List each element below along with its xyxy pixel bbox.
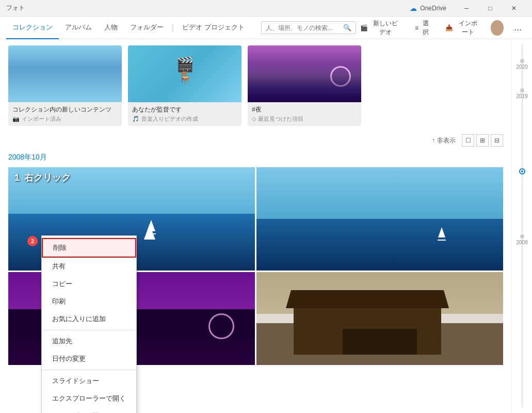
menu-item-changedate[interactable]: 日付の変更 (42, 350, 136, 368)
timeline-entry-2020: 2020 (516, 59, 527, 78)
card-info-2: あなたが監督です 🎵 音楽入りビデオの作成 (128, 102, 241, 126)
step2-num-badge: 2 (27, 236, 38, 246)
menu-item-delete[interactable]: 削除 (42, 238, 136, 258)
timeline-dot-2008[interactable] (520, 234, 524, 239)
card-info-1: コレクション内の新しいコンテンツ 📷 インポート済み (8, 102, 122, 126)
import-button[interactable]: 📥 インポート (441, 17, 485, 39)
tab-folders[interactable]: フォルダー (124, 17, 170, 39)
timeline-label-2020: 2020 (516, 64, 527, 70)
tab-people[interactable]: 人物 (98, 17, 124, 39)
new-video-button[interactable]: 🎬 新しいビデオ (356, 17, 405, 39)
hide-button[interactable]: ↑ 非表示 (432, 136, 456, 145)
controls-row: ↑ 非表示 ☐ ⊞ ⊟ (8, 134, 503, 147)
tab-video[interactable]: ビデオ プロジェクト (176, 17, 251, 39)
nav-separator: | (170, 23, 176, 33)
nav-bar: コレクション アルバム 人物 フォルダー | ビデオ プロジェクト 🔍 🎬 新し… (0, 17, 532, 39)
timeline-entry-current (520, 169, 524, 183)
main-content: コレクション内の新しいコンテンツ 📷 インポート済み 🎬 🪑 あなたが監督です (0, 39, 532, 413)
menu-item-share[interactable]: 共有 (42, 258, 136, 275)
toolbar-right: 🎬 新しいビデオ ≡ 選択 📥 インポート ... (356, 17, 526, 39)
maximize-button[interactable]: □ (478, 0, 502, 17)
context-menu: 2 削除 共有 コピー 印刷 お気に入りに追加 追加先 日付の変更 (41, 235, 137, 413)
content-area: コレクション内の新しいコンテンツ 📷 インポート済み 🎬 🪑 あなたが監督です (0, 39, 511, 413)
card-title-2: あなたが監督です (132, 105, 237, 114)
menu-item-addto[interactable]: 追加先 (42, 332, 136, 350)
timeline-sidebar: 2020 2019 2008 (511, 39, 532, 413)
more-button[interactable]: ... (510, 22, 526, 33)
tab-collections[interactable]: コレクション (6, 17, 59, 39)
onedrive-icon: ☁ (410, 4, 417, 12)
card-night-image (248, 45, 361, 102)
menu-item-slideshow[interactable]: スライドショー (42, 372, 136, 390)
step1-text: １ 右クリック (12, 173, 71, 182)
diamond-icon: ◇ (252, 116, 256, 122)
card-night[interactable]: #夜 ◇ 最近見つけた項目 (248, 45, 361, 126)
card-title-1: コレクション内の新しいコンテンツ (12, 105, 118, 114)
grid2-view-button[interactable]: ⊞ (476, 134, 489, 147)
card-subtitle-2: 🎵 音楽入りビデオの作成 (132, 115, 237, 123)
step1-annotation: １ 右クリック (12, 171, 71, 184)
title-bar-controls: ─ □ ✕ (455, 0, 526, 17)
card-info-3: #夜 ◇ 最近見つけた項目 (248, 102, 361, 126)
onedrive-label: OneDrive (420, 5, 446, 12)
video-small-icon: 🎵 (132, 116, 139, 122)
timeline-label-2008: 2008 (516, 240, 527, 245)
step2-indicator: 2 (27, 236, 38, 246)
search-input[interactable] (266, 24, 343, 31)
menu-separator-1 (42, 330, 136, 330)
import-icon: 📥 (445, 24, 453, 31)
avatar[interactable] (491, 20, 504, 36)
card-subtitle-1: 📷 インポート済み (12, 115, 118, 123)
step1-num: １ 右クリック (12, 172, 71, 183)
select-button[interactable]: ≡ 選択 (411, 17, 435, 39)
card-sky-image (8, 45, 122, 102)
tab-albums[interactable]: アルバム (59, 17, 98, 39)
new-video-icon: 🎬 (360, 24, 368, 31)
card-director[interactable]: 🎬 🪑 あなたが監督です 🎵 音楽入りビデオの作成 (128, 45, 241, 126)
featured-cards: コレクション内の新しいコンテンツ 📷 インポート済み 🎬 🪑 あなたが監督です (8, 45, 503, 126)
title-bar: フォト ☁ OneDrive ─ □ ✕ (0, 0, 532, 17)
timeline-dot-2020[interactable] (520, 59, 524, 63)
card-studio-image: 🎬 🪑 (128, 45, 241, 102)
select-icon: ≡ (415, 24, 418, 31)
menu-item-favorite[interactable]: お気に入りに追加 (42, 310, 136, 328)
menu-separator-2 (42, 370, 136, 370)
card-new-content[interactable]: コレクション内の新しいコンテンツ 📷 インポート済み (8, 45, 122, 126)
checkbox-view-button[interactable]: ☐ (462, 134, 474, 147)
timeline-entry-2019: 2019 (516, 88, 527, 107)
menu-item-explorer[interactable]: エクスプローラーで開く (42, 390, 136, 407)
up-arrow-icon: ↑ (432, 137, 435, 144)
import-small-icon: 📷 (12, 116, 20, 122)
search-icon[interactable]: 🔍 (343, 24, 351, 31)
timeline-entry-2008: 2008 (516, 234, 527, 253)
search-box[interactable]: 🔍 (261, 21, 356, 34)
card-title-3: #夜 (252, 105, 357, 114)
timeline-dot-current[interactable] (520, 169, 524, 173)
menu-item-copy[interactable]: コピー (42, 275, 136, 293)
photo-barn[interactable] (256, 272, 503, 365)
minimize-button[interactable]: ─ (455, 0, 478, 17)
onedrive-area: ☁ OneDrive (410, 4, 446, 12)
photo-ocean-2[interactable] (256, 167, 503, 271)
app-title: フォト (6, 4, 410, 12)
grid4-view-button[interactable]: ⊟ (491, 134, 503, 147)
menu-item-folder[interactable]: フォルダーで開く (42, 407, 136, 413)
card-subtitle-3: ◇ 最近見つけた項目 (252, 115, 357, 123)
view-icons: ☐ ⊞ ⊟ (462, 134, 503, 147)
menu-item-print[interactable]: 印刷 (42, 293, 136, 310)
close-button[interactable]: ✕ (502, 0, 526, 17)
timeline-dot-2019[interactable] (520, 88, 524, 92)
year-label: 2008年10月 (8, 153, 503, 162)
timeline-label-2019: 2019 (516, 93, 527, 99)
